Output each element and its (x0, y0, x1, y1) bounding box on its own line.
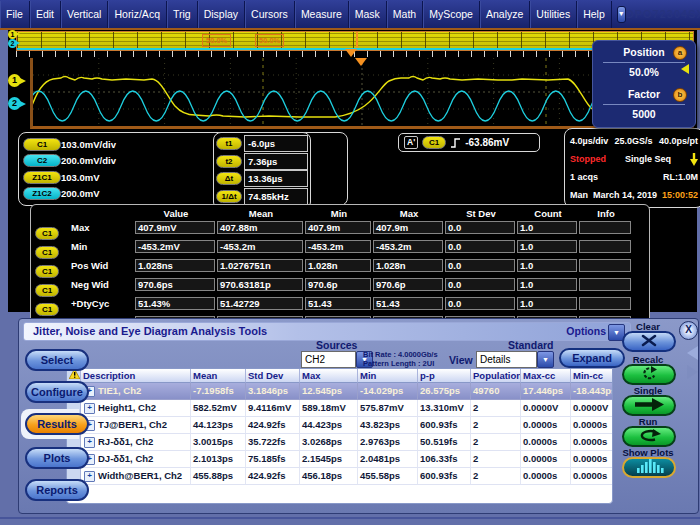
results-value: 2 (471, 434, 521, 451)
meas-header: Max (373, 207, 445, 221)
acquisition-mode: Single Seq (625, 154, 671, 164)
single-button[interactable] (622, 395, 676, 416)
meas-row: C1Max407.9mV407.88m407.9m407.9m0.01.0 (35, 221, 645, 240)
meas-row: C1Neg Wid970.6ps970.63181p970.6p970.6p0.… (35, 278, 645, 297)
menu-item-myscope[interactable]: MyScope (423, 1, 480, 28)
ch2-overview-marker: 2 (8, 39, 17, 48)
results-row[interactable]: +TJ@BER1, Ch244.123ps424.92fs44.423ps43.… (67, 417, 612, 434)
meas-header-blank (35, 207, 71, 221)
results-description[interactable]: +RJ-δδ1, Ch2 (81, 434, 191, 451)
channel-scale: 200.0mV (61, 188, 165, 199)
nav-plots-button[interactable]: Plots (25, 447, 89, 469)
meas-value: 1.028n (305, 259, 371, 272)
results-description[interactable]: +TJ@BER1, Ch2 (81, 417, 191, 434)
meas-row: C1+DtyCyc51.43%51.4272951.4351.430.01.0 (35, 297, 645, 316)
nav-select-button[interactable]: Select (25, 349, 89, 371)
trigger-position-icon[interactable] (355, 58, 367, 66)
zoom-position-arrow-icon[interactable] (345, 49, 357, 57)
meas-badge-cell: C1 (35, 259, 71, 278)
menu-item-analyze[interactable]: Analyze (480, 1, 530, 28)
titlebar-right: DPO72304SX Tek – X (626, 5, 700, 24)
ch1-reference-marker[interactable]: 1 (8, 74, 21, 87)
menu-item-file[interactable]: File (0, 1, 30, 28)
results-row[interactable]: +DJ-δδ1, Ch22.1013ps75.185fs2.1545ps2.04… (67, 451, 612, 468)
menu-more-dropdown[interactable]: ▼ (617, 6, 626, 23)
meas-value: -453.2m (217, 240, 303, 253)
menu-item-help[interactable]: Help (577, 1, 612, 28)
ch1-overview-marker: 1 (8, 30, 17, 39)
meas-value: 1.028ns (135, 259, 215, 272)
menu-item-horizacq[interactable]: Horiz/Acq (108, 1, 167, 28)
results-row[interactable]: +Width@BER1, Ch2455.88ps424.92fs456.18ps… (67, 468, 612, 485)
nav-configure-button[interactable]: Configure (25, 381, 89, 403)
results-description[interactable]: +Height1, Ch2 (81, 400, 191, 417)
menu-item-math[interactable]: Math (387, 1, 423, 28)
meas-value: 51.43% (135, 297, 215, 310)
menu-item-trig[interactable]: Trig (167, 1, 198, 28)
results-value: 44.423ps (300, 417, 358, 434)
channel-badge: C1 (35, 303, 59, 316)
results-value: 44.123ps (191, 417, 246, 434)
nav-results-button[interactable]: Results (25, 413, 89, 435)
trigger-level-arrow-icon[interactable] (681, 64, 689, 74)
menu-item-mask[interactable]: Mask (349, 1, 387, 28)
view-value[interactable]: Details (476, 351, 537, 368)
meas-value: 970.63181p (217, 278, 303, 291)
dpojet-close-icon[interactable]: X (679, 321, 698, 340)
results-description[interactable]: +Width@BER1, Ch2 (81, 468, 191, 485)
results-value: 0.0000s (521, 468, 571, 485)
view-dropdown-icon[interactable]: ▼ (537, 351, 554, 368)
horizontal-scale: 4.0µs/div (570, 136, 608, 146)
menu-item-cursors[interactable]: Cursors (245, 1, 295, 28)
clear-button[interactable] (622, 331, 676, 352)
options-menu[interactable]: Options (566, 325, 606, 337)
results-description[interactable]: +TIE1, Ch2 (81, 383, 191, 400)
results-description[interactable]: +DJ-δδ1, Ch2 (81, 451, 191, 468)
menu-bar: FileEditVerticalHoriz/AcqTrigDisplayCurs… (0, 0, 700, 28)
view-select[interactable]: Details ▼ (476, 351, 554, 368)
channel-scale: 103.0mV (61, 172, 165, 183)
signal-info: Bit Rate : 4.0000Gb/s Pattern Length : 2… (363, 350, 438, 368)
results-value: -18.443ps (571, 383, 613, 400)
meas-row: C1Min-453.2mV-453.2m-453.2m-453.2m0.01.0 (35, 240, 645, 259)
nav-reports-button[interactable]: Reports (25, 479, 89, 501)
plots-button[interactable] (622, 457, 676, 478)
meas-value: -453.2m (373, 240, 443, 253)
results-value: 2.0481ps (358, 451, 418, 468)
source-value[interactable]: CH2 (301, 351, 356, 368)
meas-header: Info (579, 207, 633, 221)
recalc-button[interactable] (622, 364, 676, 385)
menu-item-utilities[interactable]: Utilities (530, 1, 577, 28)
results-value: 13.310mV (418, 400, 471, 417)
channel-badge: Z1C1 (23, 171, 61, 184)
menu-item-vertical[interactable]: Vertical (61, 1, 108, 28)
acquisition-count: 1 acqs (570, 172, 598, 182)
channel-badge: C1 (35, 246, 59, 259)
meas-badge-cell: C1 (35, 297, 71, 316)
results-row[interactable]: +RJ-δδ1, Ch23.0015ps35.722fs3.0268ps2.97… (67, 434, 612, 451)
date-display: March 14, 2019 (593, 190, 657, 200)
channel-badge: C1 (35, 284, 59, 297)
results-row[interactable]: ▶+TIE1, Ch2-7.1958fs3.1846ps12.545ps-14.… (67, 383, 612, 400)
results-value: 0.0000s (571, 417, 613, 434)
run-button[interactable] (622, 426, 676, 447)
meas-header: Mean (217, 207, 305, 221)
recalc-icon (641, 366, 657, 384)
expand-plus-icon[interactable]: + (84, 437, 95, 448)
cursor-readout-box: t1-6.0µst27.36µsΔt13.36µs1/Δt74.85kHz (213, 132, 311, 210)
collapse-left-icon[interactable] (687, 346, 698, 360)
menu-item-measure[interactable]: Measure (295, 1, 349, 28)
results-row[interactable]: +Height1, Ch2582.52mV9.4116mV589.18mV575… (67, 400, 612, 417)
results-value: 575.87mV (358, 400, 418, 417)
meas-value: 51.43 (373, 297, 443, 310)
expand-plus-icon[interactable]: + (84, 403, 95, 414)
knob-factor-value: 5000 (593, 108, 695, 121)
menu-item-display[interactable]: Display (198, 1, 245, 28)
menu-item-edit[interactable]: Edit (30, 1, 61, 28)
expand-plus-icon[interactable]: + (84, 471, 95, 482)
meas-value: 407.88m (217, 221, 303, 234)
ch2-reference-marker[interactable]: 2 (8, 97, 21, 110)
collapse-right-icon[interactable] (687, 365, 698, 379)
channel-badge: C2 (23, 154, 61, 167)
meas-value (579, 297, 631, 310)
